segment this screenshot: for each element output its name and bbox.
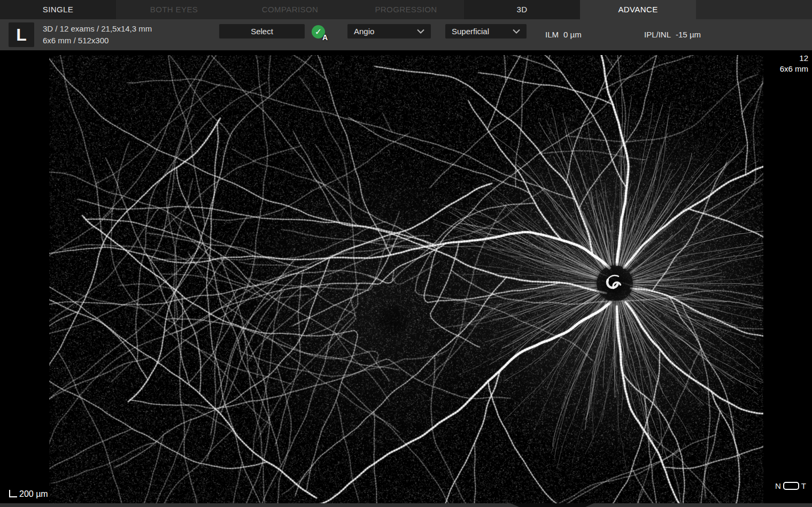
scale-bar: 200 µm [9,489,48,497]
image-viewport: 12 6x6 mm 200 µm N T [0,50,812,503]
scan-size-label: 6x6 mm [780,64,808,74]
tab-progression[interactable]: PROGRESSION [348,0,464,19]
layer-dropdown-value: Superficial [452,27,489,36]
bottom-bar [0,503,812,507]
mode-dropdown[interactable]: Angio [347,24,431,39]
exam-number: 12 [780,53,808,64]
scale-bar-label: 200 µm [19,490,48,498]
orientation-toggle[interactable] [783,482,799,490]
orientation-indicator: N T [775,481,806,490]
toolbar: L 3D / 12 exams / 21,5x14,3 mm 6x6 mm / … [0,19,812,50]
tab-single[interactable]: SINGLE [0,0,116,19]
scale-bar-mark [9,490,17,497]
ilm-offset: ILM0 µm [545,30,582,39]
exam-info: 3D / 12 exams / 21,5x14,3 mm 6x6 mm / 51… [43,23,152,47]
octa-enface-image[interactable] [49,55,763,503]
tabbar-filler [696,0,812,19]
auto-letter: A [322,33,328,42]
tab-comparison[interactable]: COMPARISON [232,0,348,19]
exam-info-line1: 3D / 12 exams / 21,5x14,3 mm [43,23,152,35]
exam-info-line2: 6x6 mm / 512x300 [43,35,152,47]
chevron-down-icon [417,29,424,34]
iplinl-offset: IPL/INL-15 µm [644,30,701,39]
tab-3d[interactable]: 3D [464,0,580,19]
ilm-label: ILM [545,30,559,39]
iplinl-value: -15 µm [676,30,701,39]
select-button[interactable]: Select [219,24,305,39]
ilm-value: 0 µm [563,30,582,39]
laterality-badge: L [9,22,34,47]
orientation-nasal-label: N [775,481,781,490]
mode-dropdown-value: Angio [354,27,374,36]
auto-segmentation-check-icon[interactable]: ✓ A [312,25,326,40]
chevron-down-icon [513,29,520,34]
iplinl-label: IPL/INL [644,30,671,39]
layer-dropdown[interactable]: Superficial [445,24,527,39]
exam-overlay: 12 6x6 mm [780,53,808,74]
tab-advance[interactable]: ADVANCE [580,0,696,19]
orientation-temporal-label: T [801,481,806,490]
tab-both-eyes[interactable]: BOTH EYES [116,0,232,19]
drawer-handle-icon[interactable] [511,503,594,507]
view-tabs: SINGLE BOTH EYES COMPARISON PROGRESSION … [0,0,812,19]
